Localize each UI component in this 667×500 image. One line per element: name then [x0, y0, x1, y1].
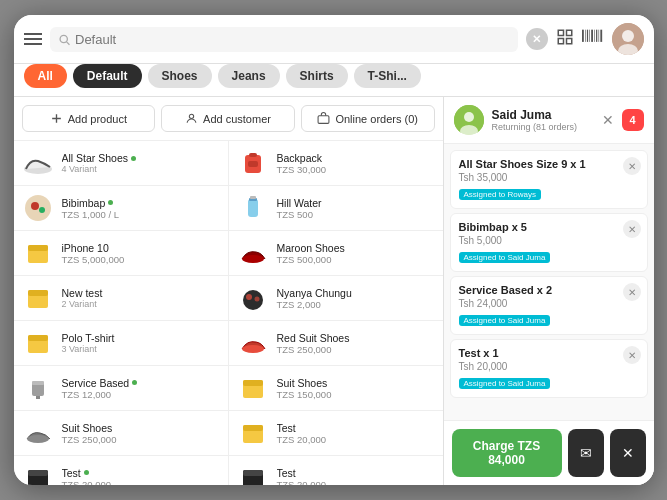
- order-item-price: Tsh 5,000: [459, 235, 639, 246]
- order-item-price: Tsh 20,000: [459, 361, 639, 372]
- svg-point-46: [246, 294, 252, 300]
- order-item-remove-button[interactable]: ✕: [623, 220, 641, 238]
- svg-rect-43: [250, 196, 256, 199]
- product-info: BibimbapTZS 1,000 / L: [62, 197, 220, 220]
- svg-point-47: [254, 297, 259, 302]
- product-item[interactable]: TestTZS 20,000: [229, 456, 443, 485]
- cancel-order-button[interactable]: ✕: [610, 429, 646, 477]
- cat-tab-shirts[interactable]: Shirts: [286, 64, 348, 88]
- cat-tab-shoes[interactable]: Shoes: [148, 64, 212, 88]
- product-name: Test: [277, 422, 435, 434]
- product-thumb: [22, 147, 54, 179]
- product-price: TZS 20,000: [277, 479, 435, 486]
- product-price: TZS 12,000: [62, 389, 220, 400]
- product-price: TZS 5,000,000: [62, 254, 220, 265]
- product-name: New test: [62, 287, 220, 299]
- product-item[interactable]: BackpackTZS 30,000: [229, 141, 443, 186]
- product-thumb: [22, 462, 54, 485]
- email-button[interactable]: ✉: [568, 429, 604, 477]
- order-item-remove-button[interactable]: ✕: [623, 346, 641, 364]
- user-avatar[interactable]: [612, 23, 644, 55]
- product-col-right: BackpackTZS 30,000Hill WaterTZS 500Maroo…: [229, 141, 443, 485]
- order-item-remove-button[interactable]: ✕: [623, 283, 641, 301]
- svg-point-44: [242, 255, 264, 263]
- product-item[interactable]: Maroon ShoesTZS 500,000: [229, 231, 443, 276]
- main-area: Add product Add customer Online orders (…: [14, 97, 654, 485]
- product-name: Suit Shoes: [277, 377, 435, 389]
- product-item[interactable]: Nyanya ChunguTZS 2,000: [229, 276, 443, 321]
- svg-rect-3: [566, 30, 571, 35]
- product-variant: 3 Variant: [62, 344, 220, 354]
- product-panel: Add product Add customer Online orders (…: [14, 97, 444, 485]
- product-item[interactable]: TestTZS 20,000: [14, 456, 228, 485]
- product-item[interactable]: Hill WaterTZS 500: [229, 186, 443, 231]
- customer-close-button[interactable]: ✕: [602, 112, 614, 128]
- cat-tab-jeans[interactable]: Jeans: [218, 64, 280, 88]
- svg-point-23: [39, 207, 45, 213]
- svg-rect-13: [598, 29, 599, 41]
- order-item-name: All Star Shoes Size 9 x 1: [459, 158, 639, 170]
- product-info: Red Suit ShoesTZS 250,000: [277, 332, 435, 355]
- order-item-remove-button[interactable]: ✕: [623, 157, 641, 175]
- product-name: Red Suit Shoes: [277, 332, 435, 344]
- product-name: Polo T-shirt: [62, 332, 220, 344]
- product-item[interactable]: TestTZS 20,000: [229, 411, 443, 456]
- product-item[interactable]: BibimbapTZS 1,000 / L: [14, 186, 228, 231]
- cat-tab-default[interactable]: Default: [73, 64, 142, 88]
- product-info: TestTZS 20,000: [277, 467, 435, 486]
- barcode-icon[interactable]: [582, 28, 604, 51]
- svg-rect-6: [582, 29, 584, 41]
- add-customer-button[interactable]: Add customer: [161, 105, 295, 132]
- svg-point-16: [622, 30, 634, 42]
- product-info: All Star Shoes4 Variant: [62, 152, 220, 174]
- product-info: New test2 Variant: [62, 287, 220, 309]
- grid-icon[interactable]: [556, 28, 574, 51]
- product-price: TZS 250,000: [277, 344, 435, 355]
- product-price: TZS 500: [277, 209, 435, 220]
- product-thumb: [237, 192, 269, 224]
- product-item[interactable]: Red Suit ShoesTZS 250,000: [229, 321, 443, 366]
- charge-button[interactable]: Charge TZS 84,000: [452, 429, 562, 477]
- product-price: TZS 150,000: [277, 389, 435, 400]
- product-item[interactable]: iPhone 10TZS 5,000,000: [14, 231, 228, 276]
- product-name: Suit Shoes: [62, 422, 220, 434]
- svg-rect-29: [28, 335, 48, 341]
- search-box: [50, 27, 518, 52]
- svg-rect-10: [591, 29, 593, 41]
- order-item-name: Service Based x 2: [459, 284, 639, 296]
- cat-tab-all[interactable]: All: [24, 64, 67, 88]
- right-panel: Said Juma Returning (81 orders) ✕ 4 All …: [444, 97, 654, 485]
- cat-tab-tshi[interactable]: T-Shi...: [354, 64, 421, 88]
- product-name: All Star Shoes: [62, 152, 220, 164]
- svg-rect-52: [243, 425, 263, 431]
- assigned-badge: Assigned to Said Juma: [459, 252, 551, 263]
- product-item[interactable]: Suit ShoesTZS 250,000: [14, 411, 228, 456]
- product-thumb: [22, 417, 54, 449]
- product-item[interactable]: Suit ShoesTZS 150,000: [229, 366, 443, 411]
- svg-point-18: [189, 114, 193, 118]
- svg-rect-40: [248, 161, 258, 167]
- product-list: All Star Shoes4 VariantBibimbapTZS 1,000…: [14, 141, 443, 485]
- online-orders-button[interactable]: Online orders (0): [301, 105, 435, 132]
- product-item[interactable]: Polo T-shirt3 Variant: [14, 321, 228, 366]
- svg-rect-14: [600, 29, 602, 41]
- product-name: Test: [277, 467, 435, 479]
- svg-rect-8: [586, 29, 587, 41]
- svg-point-33: [27, 435, 49, 443]
- product-price: TZS 500,000: [277, 254, 435, 265]
- product-item[interactable]: Service BasedTZS 12,000: [14, 366, 228, 411]
- product-thumb: [237, 417, 269, 449]
- svg-rect-9: [589, 29, 590, 41]
- product-item[interactable]: All Star Shoes4 Variant: [14, 141, 228, 186]
- product-info: TestTZS 20,000: [277, 422, 435, 445]
- product-item[interactable]: New test2 Variant: [14, 276, 228, 321]
- active-dot: [84, 470, 89, 475]
- product-info: BackpackTZS 30,000: [277, 152, 435, 175]
- add-product-button[interactable]: Add product: [22, 105, 156, 132]
- search-input[interactable]: [75, 32, 510, 47]
- search-clear-button[interactable]: ✕: [526, 28, 548, 50]
- order-list: All Star Shoes Size 9 x 1Tsh 35,000Assig…: [444, 144, 654, 420]
- svg-rect-32: [36, 396, 40, 399]
- svg-rect-5: [566, 38, 571, 43]
- hamburger-icon[interactable]: [24, 33, 42, 45]
